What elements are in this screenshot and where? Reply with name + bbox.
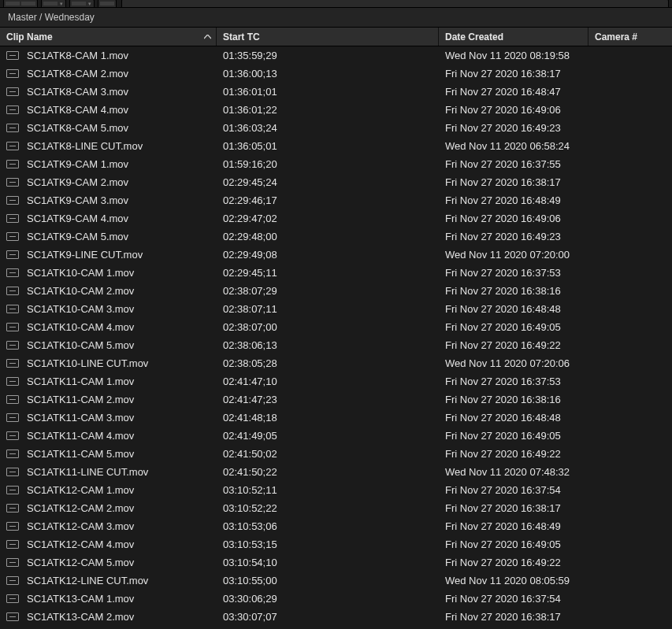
- table-row[interactable]: SC1ATK8-CAM 5.mov01:36:03;24Fri Nov 27 2…: [0, 119, 672, 137]
- cell-date-created: Fri Nov 27 2020 16:48:47: [439, 83, 588, 101]
- cell-clip-name[interactable]: SC1ATK11-LINE CUT.mov: [0, 463, 217, 481]
- clip-name-text: SC1ATK8-CAM 1.mov: [27, 50, 128, 61]
- cell-clip-name[interactable]: SC1ATK11-CAM 4.mov: [0, 427, 217, 445]
- cell-clip-name[interactable]: SC1ATK12-CAM 1.mov: [0, 481, 217, 499]
- sort-dropdown[interactable]: [43, 2, 58, 6]
- table-row[interactable]: SC1ATK12-LINE CUT.mov03:10:55;00Wed Nov …: [0, 572, 672, 590]
- cell-clip-name[interactable]: SC1ATK10-CAM 3.mov: [0, 300, 217, 318]
- cell-camera-number: [588, 463, 672, 481]
- cell-clip-name[interactable]: SC1ATK10-CAM 5.mov: [0, 336, 217, 354]
- table-row[interactable]: SC1ATK12-CAM 3.mov03:10:53;06Fri Nov 27 …: [0, 517, 672, 535]
- table-row[interactable]: SC1ATK8-CAM 1.mov01:35:59;29Wed Nov 11 2…: [0, 46, 672, 65]
- cell-clip-name[interactable]: SC1ATK12-CAM 4.mov: [0, 535, 217, 553]
- cell-clip-name[interactable]: SC1ATK9-CAM 3.mov: [0, 191, 217, 209]
- cell-clip-name[interactable]: SC1ATK13-CAM 2.mov: [0, 608, 217, 626]
- cell-clip-name[interactable]: SC1ATK13-CAM 1.mov: [0, 590, 217, 608]
- cell-clip-name[interactable]: SC1ATK11-CAM 5.mov: [0, 445, 217, 463]
- cell-clip-name[interactable]: SC1ATK8-CAM 1.mov: [0, 46, 217, 65]
- cell-clip-name[interactable]: SC1ATK10-CAM 2.mov: [0, 282, 217, 300]
- table-row[interactable]: SC1ATK8-CAM 2.mov01:36:00;13Fri Nov 27 2…: [0, 65, 672, 83]
- table-row[interactable]: SC1ATK10-CAM 4.mov02:38:07;00Fri Nov 27 …: [0, 318, 672, 336]
- cell-clip-name[interactable]: SC1ATK8-LINE CUT.mov: [0, 137, 217, 155]
- table-row[interactable]: SC1ATK12-CAM 2.mov03:10:52;22Fri Nov 27 …: [0, 499, 672, 517]
- cell-clip-name[interactable]: SC1ATK12-CAM 3.mov: [0, 517, 217, 535]
- cell-clip-name[interactable]: SC1ATK10-CAM 1.mov: [0, 264, 217, 282]
- table-row[interactable]: SC1ATK10-CAM 3.mov02:38:07;11Fri Nov 27 …: [0, 300, 672, 318]
- cell-clip-name[interactable]: SC1ATK8-CAM 5.mov: [0, 119, 217, 137]
- clip-icon: [6, 413, 19, 422]
- table-row[interactable]: SC1ATK9-CAM 4.mov02:29:47;02Fri Nov 27 2…: [0, 209, 672, 228]
- search-field[interactable]: [121, 0, 669, 7]
- cell-clip-name[interactable]: SC1ATK9-CAM 2.mov: [0, 173, 217, 191]
- column-header-start-tc[interactable]: Start TC: [217, 28, 439, 46]
- table-row[interactable]: SC1ATK9-CAM 1.mov01:59:16;20Fri Nov 27 2…: [0, 155, 672, 173]
- cell-start-tc: 02:38:06;13: [217, 336, 439, 354]
- cell-date-created: Fri Nov 27 2020 16:37:54: [439, 590, 588, 608]
- filter-button[interactable]: [72, 2, 86, 6]
- table-row[interactable]: SC1ATK11-CAM 1.mov02:41:47;10Fri Nov 27 …: [0, 372, 672, 390]
- clip-name-text: SC1ATK12-CAM 3.mov: [27, 520, 134, 532]
- table-row[interactable]: SC1ATK11-CAM 4.mov02:41:49;05Fri Nov 27 …: [0, 427, 672, 445]
- cell-clip-name[interactable]: SC1ATK9-LINE CUT.mov: [0, 246, 217, 264]
- toolbar-group-sort[interactable]: ▾: [41, 0, 66, 7]
- cell-clip-name[interactable]: SC1ATK11-CAM 2.mov: [0, 390, 217, 409]
- clip-icon: [6, 594, 19, 603]
- column-header-clip-name[interactable]: Clip Name: [0, 28, 217, 46]
- table-row[interactable]: SC1ATK8-CAM 4.mov01:36:01;22Fri Nov 27 2…: [0, 101, 672, 119]
- cell-date-created: Fri Nov 27 2020 16:38:16: [439, 390, 588, 409]
- clip-name-text: SC1ATK11-LINE CUT.mov: [27, 466, 148, 478]
- cell-clip-name[interactable]: SC1ATK10-LINE CUT.mov: [0, 354, 217, 372]
- cell-clip-name[interactable]: SC1ATK10-CAM 4.mov: [0, 318, 217, 336]
- table-row[interactable]: SC1ATK12-CAM 4.mov03:10:53;15Fri Nov 27 …: [0, 535, 672, 553]
- cell-clip-name[interactable]: SC1ATK8-CAM 4.mov: [0, 101, 217, 119]
- table-row[interactable]: SC1ATK11-CAM 5.mov02:41:50;02Fri Nov 27 …: [0, 445, 672, 463]
- table-row[interactable]: SC1ATK10-CAM 2.mov02:38:07;29Fri Nov 27 …: [0, 282, 672, 300]
- table-row[interactable]: SC1ATK9-CAM 3.mov02:29:46;17Fri Nov 27 2…: [0, 191, 672, 209]
- cell-clip-name[interactable]: SC1ATK9-CAM 1.mov: [0, 155, 217, 173]
- view-thumb-button[interactable]: [21, 2, 35, 6]
- table-row[interactable]: SC1ATK9-LINE CUT.mov02:29:49;08Wed Nov 1…: [0, 246, 672, 264]
- table-row[interactable]: SC1ATK11-CAM 2.mov02:41:47;23Fri Nov 27 …: [0, 390, 672, 409]
- table-row[interactable]: SC1ATK13-CAM 1.mov03:30:06;29Fri Nov 27 …: [0, 590, 672, 608]
- table-row[interactable]: SC1ATK8-CAM 3.mov01:36:01;01Fri Nov 27 2…: [0, 83, 672, 101]
- breadcrumb[interactable]: Master / Wednesday: [0, 8, 672, 28]
- table-row[interactable]: SC1ATK8-LINE CUT.mov01:36:05;01Wed Nov 1…: [0, 137, 672, 155]
- toolbar-group-filter[interactable]: ▾: [69, 0, 95, 7]
- toolbar-group-extra[interactable]: [98, 0, 117, 7]
- cell-start-tc: 01:36:01;22: [217, 101, 439, 119]
- table-row[interactable]: SC1ATK10-LINE CUT.mov02:38:05;28Wed Nov …: [0, 354, 672, 372]
- cell-clip-name[interactable]: SC1ATK12-CAM 2.mov: [0, 499, 217, 517]
- table-row[interactable]: SC1ATK9-CAM 5.mov02:29:48;00Fri Nov 27 2…: [0, 228, 672, 246]
- clip-name-text: SC1ATK10-CAM 4.mov: [27, 321, 134, 333]
- view-list-button[interactable]: [6, 2, 20, 6]
- table-row[interactable]: SC1ATK10-CAM 1.mov02:29:45;11Fri Nov 27 …: [0, 264, 672, 282]
- clip-icon: [6, 305, 19, 313]
- table-row[interactable]: SC1ATK10-CAM 5.mov02:38:06;13Fri Nov 27 …: [0, 336, 672, 354]
- toolbar-group-view[interactable]: [3, 0, 38, 7]
- cell-camera-number: [588, 191, 672, 209]
- cell-clip-name[interactable]: SC1ATK9-CAM 5.mov: [0, 228, 217, 246]
- cell-clip-name[interactable]: SC1ATK12-LINE CUT.mov: [0, 572, 217, 590]
- clip-name-text: SC1ATK12-CAM 1.mov: [27, 484, 134, 496]
- cell-clip-name[interactable]: SC1ATK12-CAM 5.mov: [0, 553, 217, 572]
- cell-clip-name[interactable]: SC1ATK8-CAM 3.mov: [0, 83, 217, 101]
- table-row[interactable]: SC1ATK12-CAM 5.mov03:10:54;10Fri Nov 27 …: [0, 553, 672, 572]
- table-row[interactable]: SC1ATK12-CAM 1.mov03:10:52;11Fri Nov 27 …: [0, 481, 672, 499]
- table-row[interactable]: SC1ATK13-CAM 2.mov03:30:07;07Fri Nov 27 …: [0, 608, 672, 626]
- clip-icon: [6, 196, 19, 205]
- table-row[interactable]: SC1ATK11-CAM 3.mov02:41:48;18Fri Nov 27 …: [0, 409, 672, 427]
- clip-name-text: SC1ATK8-LINE CUT.mov: [27, 140, 143, 152]
- column-header-camera-number[interactable]: Camera #: [588, 28, 672, 46]
- cell-clip-name[interactable]: SC1ATK9-CAM 4.mov: [0, 209, 217, 228]
- clip-list[interactable]: SC1ATK8-CAM 1.mov01:35:59;29Wed Nov 11 2…: [0, 46, 672, 629]
- cell-start-tc: 03:10:52;22: [217, 499, 439, 517]
- table-row[interactable]: SC1ATK11-LINE CUT.mov02:41:50;22Wed Nov …: [0, 463, 672, 481]
- column-header-date-created[interactable]: Date Created: [439, 28, 588, 46]
- table-row[interactable]: SC1ATK9-CAM 2.mov02:29:45;24Fri Nov 27 2…: [0, 173, 672, 191]
- cell-start-tc: 02:29:46;17: [217, 191, 439, 209]
- cell-clip-name[interactable]: SC1ATK11-CAM 1.mov: [0, 372, 217, 390]
- extra-button[interactable]: [100, 2, 114, 6]
- cell-clip-name[interactable]: SC1ATK11-CAM 3.mov: [0, 409, 217, 427]
- cell-clip-name[interactable]: SC1ATK8-CAM 2.mov: [0, 65, 217, 83]
- cell-camera-number: [588, 300, 672, 318]
